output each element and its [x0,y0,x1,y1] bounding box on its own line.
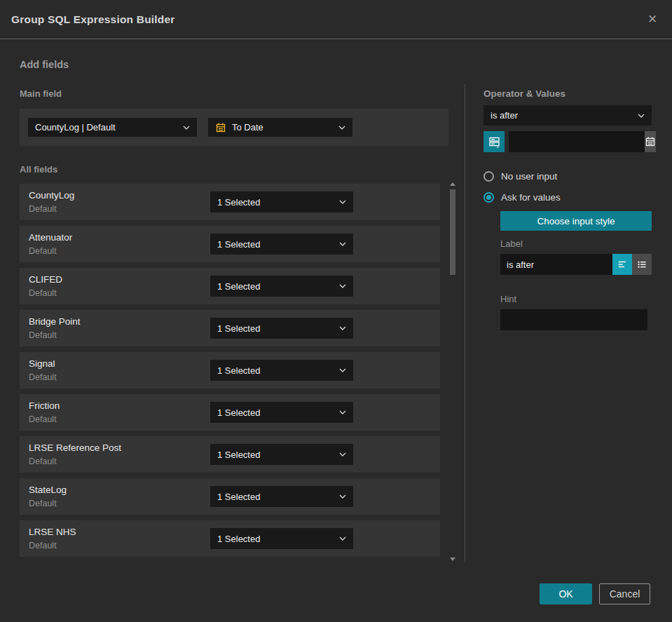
field-subtitle: Default [29,499,57,508]
field-row: Signal Default 1 Selected [20,352,440,388]
list-scrollbar[interactable] [449,181,456,562]
chevron-down-icon [339,536,346,541]
field-name: CLIFED [29,274,62,285]
close-icon[interactable]: ✕ [644,11,661,28]
field-row: CountyLog Default 1 Selected [20,184,440,220]
operator-select[interactable]: is after [484,105,652,126]
field-selected-value: 1 Selected [217,323,260,334]
radio-circle-icon[interactable] [484,171,494,182]
field-selected-value: 1 Selected [217,407,260,418]
ask-for-values-section: Choose input style Label [500,211,652,330]
label-row [500,254,652,275]
field-row: Attenuator Default 1 Selected [20,226,440,262]
chevron-down-icon [339,284,346,288]
field-name: LRSE Reference Post [29,442,121,453]
field-row: CLIFED Default 1 Selected [20,268,440,304]
field-name: Bridge Point [29,316,81,327]
field-stack-icon [488,136,500,148]
scrollbar-thumb[interactable] [450,189,455,275]
input-mode-radios: No user input Ask for values [484,169,652,204]
field-selected-dropdown[interactable]: 1 Selected [210,318,353,339]
field-selected-value: 1 Selected [217,449,260,460]
dialog-header: Group SQL Expression Builder ✕ [0,0,672,39]
field-name: CountyLog [29,190,74,201]
field-name: Friction [29,400,60,411]
field-selected-dropdown[interactable]: 1 Selected [210,402,353,423]
choose-input-style-button[interactable]: Choose input style [500,211,652,231]
field-selected-dropdown[interactable]: 1 Selected [210,360,353,381]
field-selected-value: 1 Selected [217,197,260,208]
operator-values-panel: is after [484,105,652,330]
calendar-icon [215,122,226,133]
field-subtitle: Default [29,541,57,550]
chevron-down-icon [338,126,345,130]
ok-button[interactable]: OK [540,583,592,604]
field-row: Bridge Point Default 1 Selected [20,310,440,346]
radio-no-user-input[interactable]: No user input [484,169,652,183]
cancel-button[interactable]: Cancel [599,583,650,604]
field-selected-value: 1 Selected [217,281,260,292]
vertical-divider [465,84,465,562]
label-input[interactable] [500,254,612,275]
field-name: LRSE NHS [29,527,76,537]
chevron-down-icon [339,452,346,457]
label-caption: Label [500,238,652,249]
all-fields-label: All fields [20,164,57,175]
main-field-select[interactable]: CountyLog | Default [28,118,197,137]
bullet-list-icon [636,259,647,270]
field-selected-value: 1 Selected [217,365,260,376]
main-field-label: Main field [20,88,62,99]
chevron-down-icon [339,242,346,246]
value-input-group [509,131,652,152]
date-picker-button[interactable] [645,131,656,152]
field-name: StateLog [29,485,67,495]
chevron-down-icon [339,200,346,204]
field-selected-dropdown[interactable]: 1 Selected [210,486,353,507]
chevron-down-icon [339,410,346,414]
chevron-down-icon [638,114,645,118]
radio-circle-icon[interactable] [484,192,494,203]
align-left-icon [617,259,628,270]
field-row: LRSE Reference Post Default 1 Selected [20,436,440,473]
scroll-down-icon[interactable] [450,557,455,561]
value-input[interactable] [509,131,645,152]
main-field-value-select-value: To Date [232,122,263,133]
operator-select-value: is after [491,110,518,121]
field-subtitle: Default [29,414,57,424]
field-selected-dropdown[interactable]: 1 Selected [210,276,353,297]
field-subtitle: Default [29,288,57,298]
field-subtitle: Default [29,457,57,466]
field-selected-value: 1 Selected [217,492,260,502]
chevron-down-icon [339,494,346,499]
group-sql-expression-builder-dialog: Group SQL Expression Builder ✕ Add field… [0,0,672,622]
hint-caption: Hint [500,294,652,304]
field-name: Signal [29,358,55,369]
field-selected-dropdown[interactable]: 1 Selected [210,528,353,549]
field-selected-dropdown[interactable]: 1 Selected [210,234,353,255]
field-row: Friction Default 1 Selected [20,394,440,431]
scroll-up-icon[interactable] [450,182,455,186]
field-selected-dropdown[interactable]: 1 Selected [210,191,353,212]
main-field-panel: CountyLog | Default To Date [20,109,448,146]
value-row [484,131,652,152]
dialog-title: Group SQL Expression Builder [11,13,175,26]
main-field-select-value: CountyLog | Default [35,122,116,133]
radio-ask-for-values[interactable]: Ask for values [484,190,652,204]
field-selected-value: 1 Selected [217,239,260,250]
field-subtitle: Default [29,330,57,340]
value-source-toggle-button[interactable] [484,131,505,152]
chevron-down-icon [339,368,346,372]
field-subtitle: Default [29,246,57,256]
field-name: Attenuator [29,232,72,243]
field-row: StateLog Default 1 Selected [20,478,440,515]
input-style-single-button[interactable] [612,254,632,275]
all-fields-list: CountyLog Default 1 Selected Attenuator … [20,184,440,562]
field-row: LRSE NHS Default 1 Selected [20,520,440,557]
field-selected-dropdown[interactable]: 1 Selected [210,444,353,465]
field-subtitle: Default [29,372,57,382]
hint-input[interactable] [500,309,647,330]
radio-label: Ask for values [501,192,561,203]
input-style-list-button[interactable] [632,254,652,275]
main-field-value-select[interactable]: To Date [208,118,352,137]
field-subtitle: Default [29,204,57,214]
